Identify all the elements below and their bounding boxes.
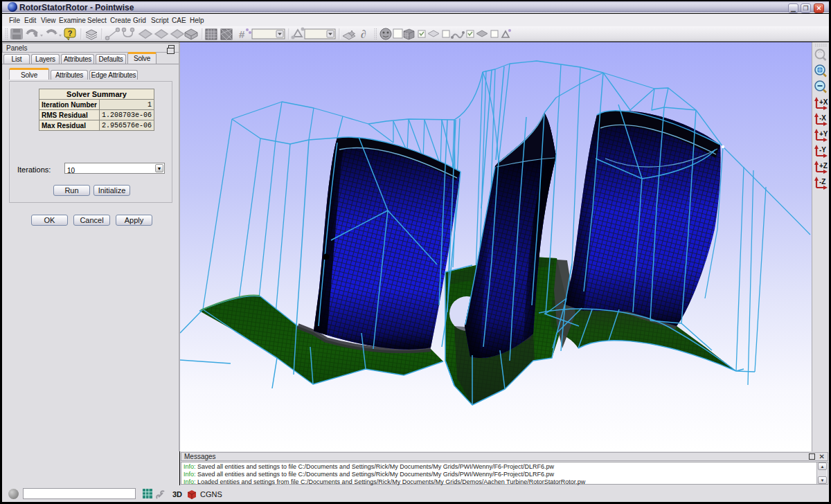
svg-text:-Z: -Z [819, 178, 825, 186]
svg-text:-X: -X [819, 114, 826, 122]
svg-text:+Z: +Z [819, 162, 828, 170]
svg-text:-Y: -Y [819, 146, 826, 154]
svg-text:+X: +X [819, 98, 828, 106]
svg-text:?: ? [68, 29, 73, 37]
svg-text:∂: ∂ [361, 28, 366, 40]
svg-text:CGNS: CGNS [200, 490, 222, 498]
svg-text:3D: 3D [172, 490, 182, 498]
svg-text:+Y: +Y [819, 130, 828, 138]
svg-text:#: # [239, 28, 245, 40]
